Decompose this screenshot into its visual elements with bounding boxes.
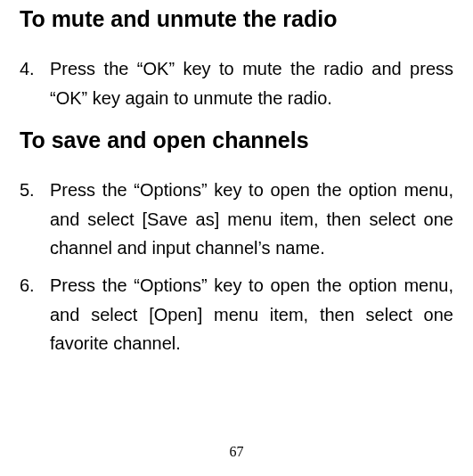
list-item: 4. Press the “OK” key to mute the radio … [20, 54, 453, 112]
page-number: 67 [0, 444, 473, 460]
item-number: 4. [20, 54, 50, 112]
heading-save-open: To save and open channels [20, 127, 453, 154]
list-item: 6. Press the “Options” key to open the o… [20, 271, 453, 357]
item-number: 6. [20, 271, 50, 357]
item-text: Press the “Options” key to open the opti… [50, 176, 453, 262]
item-text: Press the “Options” key to open the opti… [50, 271, 453, 357]
heading-mute-unmute: To mute and unmute the radio [20, 5, 453, 33]
item-text: Press the “OK” key to mute the radio and… [50, 54, 453, 112]
document-page: To mute and unmute the radio 4. Press th… [0, 0, 473, 476]
item-number: 5. [20, 176, 50, 262]
list-item: 5. Press the “Options” key to open the o… [20, 176, 453, 262]
